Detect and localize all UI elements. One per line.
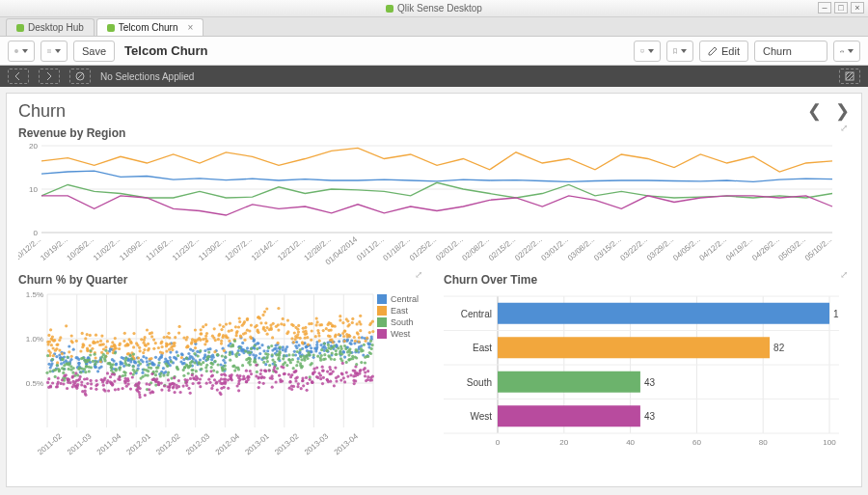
bar-chart-icon [840, 46, 844, 56]
svg-point-1051 [299, 348, 302, 351]
svg-point-831 [89, 353, 92, 356]
svg-point-1209 [119, 375, 122, 378]
svg-point-700 [286, 330, 289, 333]
maximize-button[interactable]: □ [834, 2, 848, 14]
svg-text:11/23/2...: 11/23/2... [171, 235, 201, 262]
svg-point-876 [155, 370, 158, 372]
svg-point-1250 [135, 388, 138, 391]
svg-point-569 [170, 346, 173, 349]
svg-point-417 [350, 339, 353, 342]
next-sheet-button[interactable]: ❯ [835, 100, 850, 122]
svg-point-340 [285, 347, 287, 350]
svg-point-863 [110, 369, 113, 371]
svg-point-873 [162, 374, 165, 377]
devices-button[interactable] [634, 41, 661, 62]
legend-item-west[interactable]: West [377, 329, 423, 339]
fullscreen-icon[interactable]: ⤢ [415, 269, 422, 280]
svg-point-1177 [76, 385, 79, 388]
sheet-select-button[interactable]: Churn [754, 41, 827, 62]
svg-point-546 [145, 344, 148, 347]
legend-item-south[interactable]: South [377, 317, 423, 327]
chart-churn-by-quarter[interactable]: Churn % by Quarter ⤢ 0.5%1.0%1.5%2011-02… [18, 269, 424, 481]
selections-tool-button[interactable] [839, 69, 860, 84]
svg-point-1370 [271, 377, 274, 380]
svg-point-1009 [279, 345, 282, 348]
svg-point-645 [261, 314, 264, 316]
svg-point-1296 [215, 381, 218, 384]
close-button[interactable]: × [851, 2, 864, 14]
svg-point-1420 [321, 382, 324, 385]
svg-point-729 [335, 334, 338, 337]
svg-point-1282 [173, 376, 176, 379]
save-button[interactable]: Save [73, 41, 115, 62]
svg-point-1305 [210, 374, 213, 377]
svg-point-1120 [345, 361, 348, 364]
svg-point-509 [106, 340, 109, 343]
svg-point-745 [358, 340, 361, 343]
svg-point-1395 [296, 385, 299, 388]
tab-icon [107, 24, 115, 32]
legend-item-east[interactable]: East [377, 306, 423, 316]
step-back-button[interactable] [8, 69, 29, 84]
edit-button[interactable]: Edit [699, 41, 748, 62]
svg-text:11/16/2...: 11/16/2... [145, 235, 175, 262]
svg-point-1069 [339, 349, 341, 352]
svg-point-526 [137, 356, 140, 359]
chevron-down-icon [648, 49, 654, 53]
legend-item-central[interactable]: Central [377, 294, 423, 304]
svg-point-641 [246, 318, 249, 321]
svg-point-98 [49, 366, 52, 369]
svg-point-765 [343, 340, 346, 343]
svg-point-544 [154, 342, 157, 344]
svg-point-511 [132, 345, 135, 348]
chart-churn-over-time[interactable]: Churn Over Time ⤢ 020406080100Central112… [444, 269, 850, 481]
svg-point-548 [167, 332, 170, 335]
svg-point-1085 [325, 349, 328, 352]
svg-point-440 [58, 349, 61, 352]
svg-point-766 [359, 322, 362, 325]
bookmarks-button[interactable] [666, 41, 693, 62]
minimize-button[interactable]: – [818, 2, 831, 14]
global-search-button[interactable] [8, 41, 35, 62]
tab-telcom-churn[interactable]: Telcom Churn × [96, 18, 204, 36]
svg-point-957 [198, 362, 201, 365]
svg-point-1390 [305, 376, 308, 379]
svg-point-936 [205, 370, 208, 372]
svg-point-556 [174, 342, 176, 344]
svg-point-479 [82, 344, 85, 346]
sheet: Churn ❮ ❯ Revenue by Region ⤢ 1020010/12… [6, 93, 862, 487]
svg-point-1396 [309, 378, 312, 381]
sheets-overview-button[interactable] [833, 41, 860, 62]
svg-point-596 [217, 338, 220, 341]
svg-point-1057 [300, 366, 303, 369]
svg-point-610 [204, 335, 207, 338]
svg-point-1118 [366, 355, 368, 358]
svg-point-478 [79, 349, 82, 352]
app-window: Qlik Sense Desktop – □ × Desktop Hub Tel… [0, 0, 868, 495]
close-tab-icon[interactable]: × [188, 19, 194, 37]
svg-point-655 [265, 307, 268, 310]
tab-desktop-hub[interactable]: Desktop Hub [6, 18, 95, 36]
svg-point-1026 [282, 357, 285, 360]
fullscreen-icon[interactable]: ⤢ [840, 269, 848, 280]
svg-point-607 [199, 339, 202, 342]
svg-point-861 [127, 364, 130, 367]
svg-point-1048 [296, 360, 299, 363]
fullscreen-icon[interactable]: ⤢ [840, 123, 848, 133]
clear-selections-button[interactable] [69, 69, 91, 84]
svg-point-898 [155, 367, 158, 370]
svg-point-1198 [127, 383, 130, 386]
step-forward-button[interactable] [39, 69, 60, 84]
svg-point-444 [58, 339, 61, 342]
svg-text:04/05/2...: 04/05/2... [671, 235, 701, 262]
svg-point-724 [315, 317, 318, 320]
svg-text:11/30/2...: 11/30/2... [197, 235, 227, 262]
svg-point-669 [271, 336, 274, 339]
prev-sheet-button[interactable]: ❮ [807, 100, 822, 122]
svg-point-856 [132, 365, 135, 368]
svg-text:10/26/2...: 10/26/2... [66, 235, 95, 262]
svg-point-1335 [227, 387, 230, 390]
svg-point-1043 [291, 353, 294, 356]
chart-revenue-by-region[interactable]: Revenue by Region ⤢ 1020010/12/2...10/19… [18, 123, 850, 267]
list-menu-button[interactable] [41, 41, 68, 62]
